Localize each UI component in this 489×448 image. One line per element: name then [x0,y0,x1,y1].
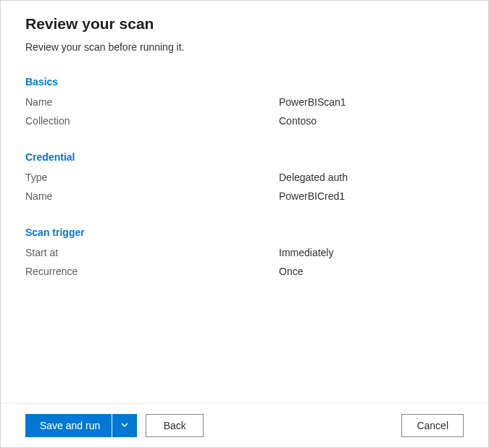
review-scan-panel: Review your scan Review your scan before… [0,0,489,448]
back-button[interactable]: Back [146,414,204,437]
field-label-recurrence: Recurrence [25,266,279,277]
cancel-button[interactable]: Cancel [401,414,464,437]
field-label-collection: Collection [25,115,279,127]
section-credential: Credential Type Delegated auth Name Powe… [25,151,464,202]
field-row: Name PowerBICred1 [25,190,464,202]
field-row: Type Delegated auth [25,172,464,183]
field-row: Start at Immediately [25,247,464,258]
field-label-cred-name: Name [25,190,279,202]
field-row: Recurrence Once [25,266,464,277]
field-value-recurrence: Once [279,266,303,277]
field-label-start: Start at [25,247,279,258]
save-and-run-dropdown-button[interactable] [112,414,137,437]
page-subtitle: Review your scan before running it. [25,41,464,53]
page-title: Review your scan [25,15,464,33]
field-value-type: Delegated auth [279,172,348,183]
save-and-run-label: Save and run [40,420,100,431]
section-credential-heading: Credential [25,151,464,163]
section-scan-trigger: Scan trigger Start at Immediately Recurr… [25,227,464,277]
footer: Save and run Back Cancel [1,403,488,447]
field-value-name: PowerBIScan1 [279,96,346,108]
field-row: Name PowerBIScan1 [25,96,464,108]
field-value-collection: Contoso [279,115,317,127]
section-basics: Basics Name PowerBIScan1 Collection Cont… [25,76,464,127]
review-scan-content: Review your scan Review your scan before… [1,1,488,403]
section-scan-trigger-heading: Scan trigger [25,227,464,238]
save-and-run-button[interactable]: Save and run [25,414,112,437]
field-value-cred-name: PowerBICred1 [279,190,345,202]
field-row: Collection Contoso [25,115,464,127]
chevron-down-icon [120,420,129,431]
field-label-name: Name [25,96,279,108]
field-label-type: Type [25,172,279,183]
save-and-run-split-button: Save and run [25,414,137,437]
section-basics-heading: Basics [25,76,464,88]
field-value-start: Immediately [279,247,333,258]
